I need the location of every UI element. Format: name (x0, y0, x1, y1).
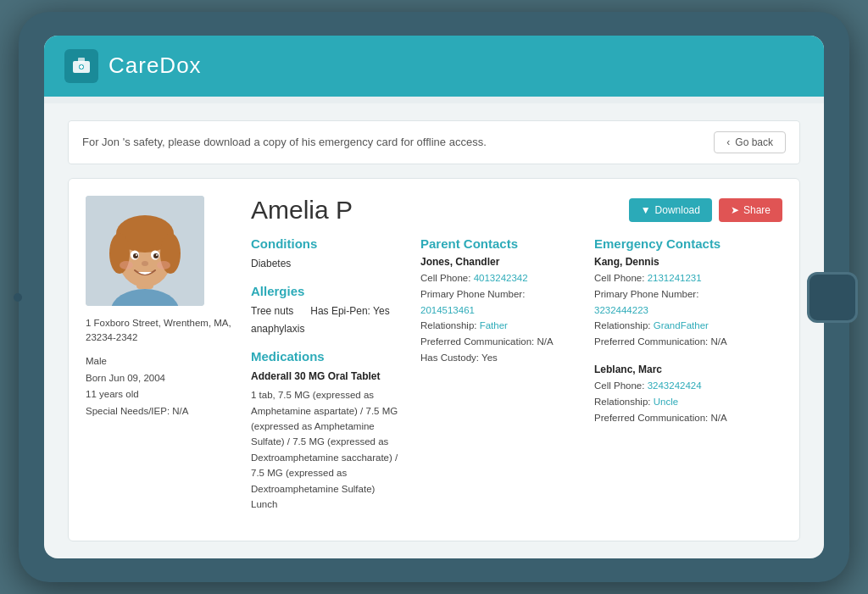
parent-cell: Cell Phone: 4013242342 (420, 270, 577, 286)
share-button[interactable]: ➤ Share (719, 198, 782, 222)
conditions-content: Diabetes (251, 256, 403, 272)
patient-card: 1 Foxboro Street, Wrenthem, MA,23234-234… (68, 178, 800, 542)
name-actions-row: Amelia P ▼ Download ➤ Share (251, 196, 782, 225)
info-columns: Conditions Diabetes Allergies Tree nuts … (251, 236, 782, 525)
svg-point-15 (153, 253, 159, 258)
patient-info: Male Born Jun 09, 2004 11 years old Spec… (86, 353, 234, 419)
emerg1-primary-link[interactable]: 3232444223 (594, 305, 648, 315)
svg-point-14 (133, 253, 138, 258)
emerg2-cell: Cell Phone: 3243242424 (594, 378, 782, 394)
download-button[interactable]: ▼ Download (629, 198, 712, 222)
svg-point-17 (156, 254, 158, 256)
parent-primary: Primary Phone Number: 2014513461 (420, 286, 577, 319)
allergies-content: Tree nuts Has Epi-Pen: Yes anaphylaxis (251, 303, 403, 337)
go-back-button[interactable]: ‹ Go back (714, 131, 786, 153)
main-content: For Jon 's safety, please download a cop… (44, 103, 824, 559)
svg-point-19 (120, 261, 133, 269)
chevron-left-icon: ‹ (726, 136, 730, 148)
sub-header-bar (44, 97, 824, 103)
emerg1-relationship-link[interactable]: GrandFather (654, 320, 709, 330)
parent-contacts-title: Parent Contacts (420, 236, 577, 251)
emergency-contacts-column: Emergency Contacts Kang, Dennis Cell Pho… (594, 236, 782, 525)
notice-text: For Jon 's safety, please download a cop… (82, 136, 487, 148)
app-title: CareDox (108, 53, 202, 79)
emergency-contacts-title: Emergency Contacts (594, 236, 782, 251)
patient-avatar (86, 196, 204, 306)
parent-relationship-link[interactable]: Father (480, 320, 508, 330)
emerg1-primary: Primary Phone Number: 3232444223 (594, 286, 782, 319)
parent-preferred-comm: Preferred Communication: N/A (420, 334, 577, 350)
svg-rect-4 (80, 66, 83, 68)
share-icon: ➤ (731, 204, 739, 216)
emerg2-preferred-comm: Preferred Communication: N/A (594, 410, 782, 426)
parent-relationship: Relationship: Father (420, 318, 577, 334)
parent-contacts-column: Parent Contacts Jones, Chandler Cell Pho… (420, 236, 577, 525)
parent-custody: Has Custody: Yes (420, 350, 577, 366)
emerg2-relationship: Relationship: Uncle (594, 394, 782, 410)
medications-title: Medications (251, 349, 403, 364)
parent-contact-1: Jones, Chandler Cell Phone: 4013242342 P… (420, 256, 577, 367)
card-right: Amelia P ▼ Download ➤ Share (251, 196, 782, 525)
parent-cell-link[interactable]: 4013242342 (474, 273, 528, 283)
parent-primary-link[interactable]: 2014513461 (420, 305, 475, 315)
emergency-contact-1: Kang, Dennis Cell Phone: 2131241231 Prim… (594, 256, 782, 351)
app-header: CareDox (44, 36, 824, 97)
svg-rect-1 (78, 58, 85, 63)
emerg1-preferred-comm: Preferred Communication: N/A (594, 334, 782, 350)
app-logo-icon (64, 49, 98, 83)
medications-content: Adderall 30 MG Oral Tablet 1 tab, 7.5 MG… (251, 369, 403, 512)
allergy-row: Tree nuts Has Epi-Pen: Yes (251, 303, 403, 319)
patient-left-column: 1 Foxboro Street, Wrenthem, MA,23234-234… (86, 196, 234, 525)
download-icon: ▼ (641, 204, 651, 216)
emerg2-relationship-link[interactable]: Uncle (654, 397, 678, 407)
notice-bar: For Jon 's safety, please download a cop… (68, 120, 800, 164)
patient-address: 1 Foxboro Street, Wrenthem, MA,23234-234… (86, 316, 234, 346)
medical-column: Conditions Diabetes Allergies Tree nuts … (251, 236, 403, 525)
svg-point-20 (157, 261, 170, 269)
svg-point-16 (136, 254, 137, 256)
action-buttons: ▼ Download ➤ Share (629, 198, 782, 222)
emerg2-cell-link[interactable]: 3243242424 (648, 380, 702, 391)
patient-name: Amelia P (251, 196, 353, 225)
conditions-title: Conditions (251, 236, 403, 251)
emerg1-relationship: Relationship: GrandFather (594, 318, 782, 334)
emerg1-cell-link[interactable]: 2131241231 (648, 273, 702, 283)
emerg1-cell: Cell Phone: 2131241231 (594, 270, 782, 286)
svg-point-18 (142, 261, 148, 266)
emergency-contact-2: Leblanc, Marc Cell Phone: 3243242424 Rel… (594, 364, 782, 426)
allergies-title: Allergies (251, 284, 403, 298)
